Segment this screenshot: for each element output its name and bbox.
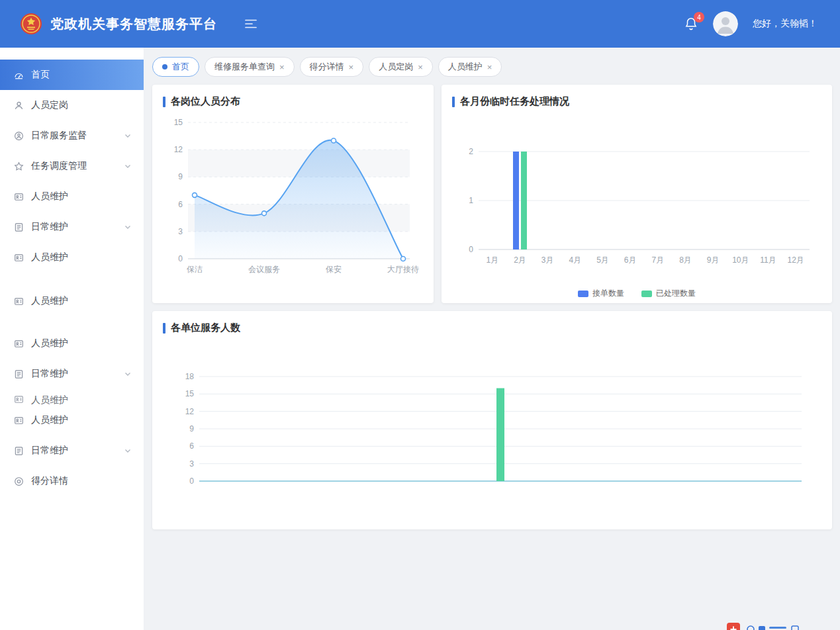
svg-text:15: 15 [174,118,183,127]
title-accent-bar [163,323,165,334]
svg-text:8月: 8月 [679,255,692,265]
card-monthly-tasks: 各月份临时任务处理情况 0121月2月3月4月5月6月7月8月9月10月11月1… [442,85,832,303]
svg-text:3: 3 [189,459,194,469]
svg-text:12: 12 [174,145,183,154]
tab-4[interactable]: 人员维护× [438,57,502,77]
legend-item[interactable]: 已处理数量 [641,288,696,299]
sidebar-item-2[interactable]: 日常服务监督 [0,120,144,151]
chart-legend: 接单数量已处理数量 [452,288,821,299]
promo-blue-icons [745,623,825,630]
sidebar-item-label: 日常维护 [31,368,68,380]
dashboard-icon [13,70,24,80]
tab-label: 人员维护 [448,61,483,73]
close-icon[interactable]: × [418,63,423,71]
svg-text:7月: 7月 [651,255,664,265]
sidebar-item-0[interactable]: 首页 [0,60,144,90]
sidebar-item-9[interactable]: 日常维护 [0,359,144,389]
sidebar-item-10[interactable]: 人员维护 [0,389,144,405]
sidebar-item-11[interactable]: 人员维护 [0,405,144,435]
id-card-icon [13,394,24,404]
sidebar-item-3[interactable]: 任务调度管理 [0,151,144,181]
sidebar-item-label: 首页 [31,69,50,81]
svg-text:4月: 4月 [569,255,581,265]
sidebar-item-label: 人员维护 [31,191,68,202]
id-card-icon [13,296,24,306]
app-header: 党政机关事务智慧服务平台 4 您好，关翰韬！ [0,0,840,48]
svg-text:3月: 3月 [541,255,554,265]
chart-title: 各月份临时任务处理情况 [460,95,569,108]
user-avatar[interactable] [713,11,738,36]
promo-red-icon[interactable] [727,623,740,630]
main-content: 首页维修服务单查询×得分详情×人员定岗×人员维护× 各岗位人员分布 036912… [144,48,840,630]
svg-text:0: 0 [178,254,183,263]
card-title: 各岗位人员分布 [163,95,423,108]
national-emblem-logo [20,13,42,35]
svg-text:1: 1 [469,196,473,205]
tab-label: 得分详情 [310,61,344,73]
svg-text:12: 12 [185,407,195,416]
chevron-down-icon [124,370,132,378]
sidebar-item-12[interactable]: 日常维护 [0,435,144,466]
svg-text:1月: 1月 [486,255,498,265]
chevron-down-icon [124,223,132,231]
chevron-down-icon [124,447,132,455]
svg-text:6: 6 [178,200,183,209]
tab-3[interactable]: 人员定岗× [369,57,433,77]
chevron-down-icon [124,162,132,170]
svg-text:12月: 12月 [787,255,804,265]
sidebar-item-1[interactable]: 人员定岗 [0,90,144,120]
sidebar-item-8[interactable]: 人员维护 [0,328,144,359]
id-card-icon [13,339,24,349]
svg-text:6: 6 [189,441,194,451]
chart-title: 各单位服务人数 [171,322,240,334]
sidebar-item-6[interactable]: 人员维护 [0,242,144,273]
tab-1[interactable]: 维修服务单查询× [205,57,295,77]
legend-swatch [578,291,588,297]
legend-swatch [641,291,652,297]
user-greeting: 您好，关翰韬！ [753,18,817,30]
card-unit-service-count: 各单位服务人数 0369121518 [152,311,832,529]
close-icon[interactable]: × [349,63,354,71]
svg-text:2月: 2月 [514,255,526,265]
star-icon [13,161,24,171]
sidebar-item-5[interactable]: 日常维护 [0,212,144,242]
sidebar-item-label: 得分详情 [31,475,68,487]
svg-text:10月: 10月 [732,255,749,265]
notification-bell-icon[interactable]: 4 [684,17,698,31]
close-icon[interactable]: × [279,63,285,71]
svg-text:0: 0 [469,245,473,254]
list-icon [13,446,24,456]
title-accent-bar [452,97,455,107]
svg-text:15: 15 [185,389,195,398]
svg-text:0: 0 [189,476,194,486]
svg-text:3: 3 [178,227,183,236]
medal-icon [13,476,24,486]
notification-badge: 4 [694,12,704,22]
close-icon[interactable]: × [487,63,492,71]
collapse-menu-icon[interactable] [245,19,257,28]
svg-text:保洁: 保洁 [187,265,203,274]
sidebar-item-label: 人员维护 [31,414,68,426]
legend-label: 接单数量 [592,288,624,299]
card-title: 各月份临时任务处理情况 [452,95,821,108]
sidebar-item-4[interactable]: 人员维护 [0,181,144,212]
sidebar-item-label: 人员维护 [31,338,68,349]
tab-0[interactable]: 首页 [152,57,199,77]
sidebar-item-7[interactable]: 人员维护 [0,286,144,316]
sidebar-item-label: 人员维护 [31,394,68,405]
svg-text:2: 2 [469,147,473,156]
sidebar-item-label: 日常维护 [31,445,68,457]
legend-item[interactable]: 接单数量 [578,288,624,299]
bottom-right-widget[interactable] [727,621,825,630]
sidebar-item-label: 日常维护 [31,221,68,233]
svg-text:5月: 5月 [596,255,609,265]
chevron-down-icon [124,132,132,140]
sidebar-item-13[interactable]: 得分详情 [0,466,144,496]
tab-2[interactable]: 得分详情× [300,57,364,77]
svg-text:会议服务: 会议服务 [248,265,280,274]
supervise-icon [13,131,24,141]
card-position-distribution: 各岗位人员分布 03691215保洁会议服务保安大厅接待 [152,85,434,303]
monthly-tasks-bar-chart: 0121月2月3月4月5月6月7月8月9月10月11月12月 [452,113,821,280]
active-tab-dot [162,64,167,69]
sidebar-nav: 首页人员定岗日常服务监督任务调度管理人员维护日常维护人员维护人员维护人员维护日常… [0,48,144,496]
